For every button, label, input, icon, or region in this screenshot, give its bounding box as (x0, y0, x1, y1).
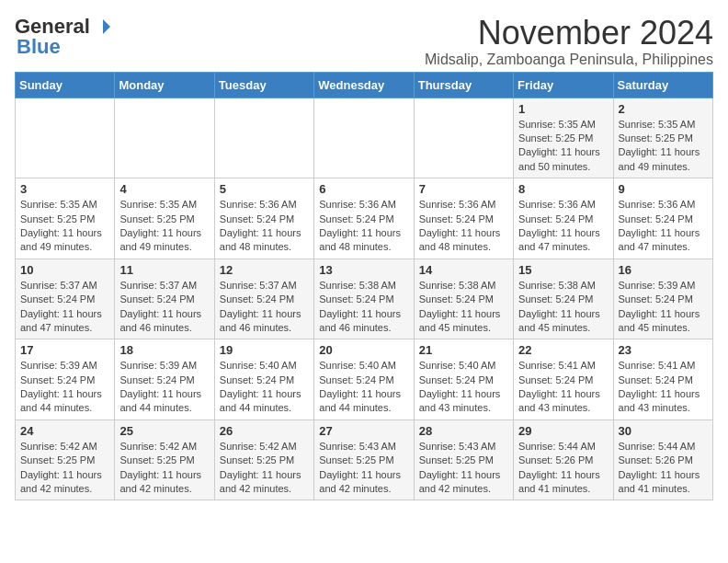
svg-marker-0 (103, 19, 110, 34)
calendar-week-4: 17Sunrise: 5:39 AM Sunset: 5:24 PM Dayli… (16, 339, 713, 420)
day-number: 13 (319, 263, 408, 277)
day-number: 1 (518, 102, 608, 116)
day-info: Sunrise: 5:44 AM Sunset: 5:26 PM Dayligh… (518, 440, 608, 497)
table-row: 28Sunrise: 5:43 AM Sunset: 5:25 PM Dayli… (414, 419, 513, 500)
calendar-table: Sunday Monday Tuesday Wednesday Thursday… (15, 72, 713, 501)
calendar-week-1: 1Sunrise: 5:35 AM Sunset: 5:25 PM Daylig… (16, 98, 713, 178)
table-row: 20Sunrise: 5:40 AM Sunset: 5:24 PM Dayli… (314, 339, 414, 420)
day-info: Sunrise: 5:37 AM Sunset: 5:24 PM Dayligh… (119, 279, 209, 336)
day-info: Sunrise: 5:40 AM Sunset: 5:24 PM Dayligh… (319, 359, 408, 416)
day-number: 19 (220, 343, 309, 357)
day-number: 26 (220, 424, 309, 438)
day-number: 21 (419, 343, 508, 357)
table-row (214, 98, 313, 178)
day-info: Sunrise: 5:40 AM Sunset: 5:24 PM Dayligh… (220, 359, 309, 416)
day-info: Sunrise: 5:42 AM Sunset: 5:25 PM Dayligh… (20, 440, 109, 497)
table-row: 23Sunrise: 5:41 AM Sunset: 5:24 PM Dayli… (613, 339, 712, 420)
table-row: 19Sunrise: 5:40 AM Sunset: 5:24 PM Dayli… (214, 339, 313, 420)
day-info: Sunrise: 5:42 AM Sunset: 5:25 PM Dayligh… (119, 440, 209, 497)
day-number: 8 (518, 182, 608, 196)
day-info: Sunrise: 5:38 AM Sunset: 5:24 PM Dayligh… (518, 279, 608, 336)
day-info: Sunrise: 5:43 AM Sunset: 5:25 PM Dayligh… (419, 440, 508, 497)
title-block: November 2024 Midsalip, Zamboanga Penins… (425, 15, 713, 68)
table-row: 9Sunrise: 5:36 AM Sunset: 5:24 PM Daylig… (613, 178, 712, 259)
table-row: 17Sunrise: 5:39 AM Sunset: 5:24 PM Dayli… (16, 339, 115, 420)
table-row: 12Sunrise: 5:37 AM Sunset: 5:24 PM Dayli… (214, 259, 313, 339)
table-row (115, 98, 214, 178)
table-row: 6Sunrise: 5:36 AM Sunset: 5:24 PM Daylig… (314, 178, 414, 259)
day-info: Sunrise: 5:42 AM Sunset: 5:25 PM Dayligh… (220, 440, 309, 497)
day-number: 28 (419, 424, 508, 438)
day-number: 6 (319, 182, 408, 196)
table-row: 15Sunrise: 5:38 AM Sunset: 5:24 PM Dayli… (514, 259, 613, 339)
day-number: 4 (119, 182, 209, 196)
col-monday: Monday (115, 72, 214, 98)
table-row: 29Sunrise: 5:44 AM Sunset: 5:26 PM Dayli… (514, 419, 613, 500)
day-info: Sunrise: 5:37 AM Sunset: 5:24 PM Dayligh… (220, 279, 309, 336)
col-friday: Friday (514, 72, 613, 98)
logo-blue-text: Blue (17, 35, 61, 59)
header-row: Sunday Monday Tuesday Wednesday Thursday… (16, 72, 713, 98)
table-row: 7Sunrise: 5:36 AM Sunset: 5:24 PM Daylig… (414, 178, 513, 259)
table-row: 13Sunrise: 5:38 AM Sunset: 5:24 PM Dayli… (314, 259, 414, 339)
table-row: 18Sunrise: 5:39 AM Sunset: 5:24 PM Dayli… (115, 339, 214, 420)
table-row (16, 98, 115, 178)
day-info: Sunrise: 5:36 AM Sunset: 5:24 PM Dayligh… (220, 198, 309, 255)
page-header: General Blue November 2024 Midsalip, Zam… (15, 15, 713, 68)
col-thursday: Thursday (414, 72, 513, 98)
table-row: 21Sunrise: 5:40 AM Sunset: 5:24 PM Dayli… (414, 339, 513, 420)
table-row: 26Sunrise: 5:42 AM Sunset: 5:25 PM Dayli… (214, 419, 313, 500)
day-number: 17 (20, 343, 109, 357)
day-info: Sunrise: 5:38 AM Sunset: 5:24 PM Dayligh… (419, 279, 508, 336)
day-info: Sunrise: 5:35 AM Sunset: 5:25 PM Dayligh… (119, 198, 209, 255)
col-saturday: Saturday (613, 72, 712, 98)
logo: General Blue (15, 15, 112, 59)
day-info: Sunrise: 5:36 AM Sunset: 5:24 PM Dayligh… (319, 198, 408, 255)
day-info: Sunrise: 5:39 AM Sunset: 5:24 PM Dayligh… (20, 359, 109, 416)
table-row: 30Sunrise: 5:44 AM Sunset: 5:26 PM Dayli… (613, 419, 712, 500)
day-number: 16 (619, 263, 708, 277)
table-row: 1Sunrise: 5:35 AM Sunset: 5:25 PM Daylig… (514, 98, 613, 178)
day-number: 12 (220, 263, 309, 277)
table-row: 2Sunrise: 5:35 AM Sunset: 5:25 PM Daylig… (613, 98, 712, 178)
table-row: 11Sunrise: 5:37 AM Sunset: 5:24 PM Dayli… (115, 259, 214, 339)
day-info: Sunrise: 5:39 AM Sunset: 5:24 PM Dayligh… (619, 279, 708, 336)
day-info: Sunrise: 5:37 AM Sunset: 5:24 PM Dayligh… (20, 279, 109, 336)
month-title: November 2024 (425, 15, 713, 52)
day-number: 10 (20, 263, 109, 277)
table-row: 10Sunrise: 5:37 AM Sunset: 5:24 PM Dayli… (16, 259, 115, 339)
day-number: 29 (518, 424, 608, 438)
day-number: 2 (619, 102, 708, 116)
table-row: 22Sunrise: 5:41 AM Sunset: 5:24 PM Dayli… (514, 339, 613, 420)
day-number: 23 (619, 343, 708, 357)
col-tuesday: Tuesday (214, 72, 313, 98)
day-number: 14 (419, 263, 508, 277)
day-info: Sunrise: 5:36 AM Sunset: 5:24 PM Dayligh… (518, 198, 608, 255)
calendar-header: Sunday Monday Tuesday Wednesday Thursday… (16, 72, 713, 98)
day-info: Sunrise: 5:39 AM Sunset: 5:24 PM Dayligh… (119, 359, 209, 416)
day-number: 22 (518, 343, 608, 357)
logo-flag-icon (94, 17, 112, 36)
col-sunday: Sunday (16, 72, 115, 98)
table-row: 4Sunrise: 5:35 AM Sunset: 5:25 PM Daylig… (115, 178, 214, 259)
calendar-week-3: 10Sunrise: 5:37 AM Sunset: 5:24 PM Dayli… (16, 259, 713, 339)
table-row: 14Sunrise: 5:38 AM Sunset: 5:24 PM Dayli… (414, 259, 513, 339)
day-info: Sunrise: 5:36 AM Sunset: 5:24 PM Dayligh… (619, 198, 708, 255)
day-info: Sunrise: 5:41 AM Sunset: 5:24 PM Dayligh… (518, 359, 608, 416)
day-number: 30 (619, 424, 708, 438)
table-row: 3Sunrise: 5:35 AM Sunset: 5:25 PM Daylig… (16, 178, 115, 259)
table-row: 25Sunrise: 5:42 AM Sunset: 5:25 PM Dayli… (115, 419, 214, 500)
day-number: 9 (619, 182, 708, 196)
day-number: 24 (20, 424, 109, 438)
day-number: 5 (220, 182, 309, 196)
calendar-body: 1Sunrise: 5:35 AM Sunset: 5:25 PM Daylig… (16, 98, 713, 500)
table-row (314, 98, 414, 178)
day-info: Sunrise: 5:41 AM Sunset: 5:24 PM Dayligh… (619, 359, 708, 416)
day-info: Sunrise: 5:36 AM Sunset: 5:24 PM Dayligh… (419, 198, 508, 255)
day-number: 7 (419, 182, 508, 196)
day-info: Sunrise: 5:35 AM Sunset: 5:25 PM Dayligh… (619, 118, 708, 175)
location-subtitle: Midsalip, Zamboanga Peninsula, Philippin… (425, 52, 713, 68)
day-info: Sunrise: 5:40 AM Sunset: 5:24 PM Dayligh… (419, 359, 508, 416)
day-number: 18 (119, 343, 209, 357)
day-info: Sunrise: 5:35 AM Sunset: 5:25 PM Dayligh… (518, 118, 608, 175)
